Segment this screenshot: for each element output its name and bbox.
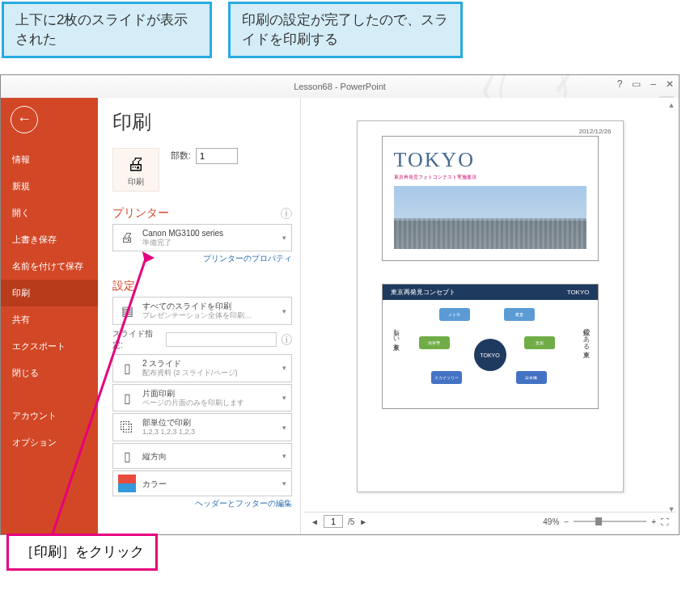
- sides-sub: ページの片面のみを印刷します: [142, 399, 244, 408]
- slide-range-input[interactable]: [166, 332, 277, 347]
- print-button[interactable]: 🖨 印刷: [112, 148, 159, 192]
- sidebar-item-export[interactable]: エクスポート: [1, 333, 98, 360]
- sidebar-item-open[interactable]: 開く: [1, 200, 98, 226]
- window-title: Lesson68 - PowerPoint: [294, 82, 386, 91]
- next-page-button[interactable]: ►: [359, 517, 367, 526]
- color-title: カラー: [142, 479, 167, 489]
- collate-title: 部単位で印刷: [142, 417, 195, 428]
- slide2-node: 浅草寺: [419, 336, 450, 349]
- print-range-dropdown[interactable]: ▤ すべてのスライドを印刷 プレゼンテーション全体を印刷…: [112, 297, 292, 325]
- annotation-arrow-label: ［印刷］をクリック: [6, 534, 158, 535]
- preview-page: 2012/12/26 TOKYO 東京再発見フォトコンテスト実施要項 東京再発見…: [357, 120, 624, 492]
- settings-heading: 設定: [112, 279, 135, 293]
- sidebar-item-share[interactable]: 共有: [1, 306, 98, 333]
- slide-thumbnail-1: TOKYO 東京再発見フォトコンテスト実施要項: [382, 136, 599, 261]
- collate-dropdown[interactable]: ⿻ 部単位で印刷 1,2,3 1,2,3 1,2,3: [112, 413, 292, 441]
- layout-icon: ▯: [118, 359, 136, 377]
- svg-point-0: [501, 75, 565, 98]
- printer-heading: プリンター: [112, 206, 169, 221]
- slides-icon: ▤: [118, 302, 136, 320]
- copies-input[interactable]: [196, 148, 238, 164]
- slide2-diagram: 新しい東京と 伝統のある東京 TOKYO メトロ 夜景 浅草寺 皇居 スカイツリ…: [383, 300, 598, 395]
- copies-label: 部数:: [171, 150, 191, 162]
- slide2-node: スカイツリー: [431, 371, 462, 384]
- layout-dropdown[interactable]: ▯ 2 スライド 配布資料 (2 スライド/ページ): [112, 354, 292, 382]
- zoom-in-button[interactable]: +: [651, 517, 656, 526]
- back-button[interactable]: ←: [11, 106, 38, 133]
- sidebar-item-close[interactable]: 閉じる: [1, 360, 98, 386]
- help-button[interactable]: ?: [617, 78, 623, 90]
- annotation-2: 印刷の設定が完了したので、スライドを印刷する: [228, 2, 463, 58]
- sides-title: 片面印刷: [142, 388, 244, 399]
- printer-dropdown[interactable]: 🖨 Canon MG3100 series 準備完了: [112, 224, 292, 252]
- printer-icon: 🖨: [116, 154, 155, 175]
- zoom-slider[interactable]: [574, 521, 646, 522]
- slide1-title: TOKYO: [383, 137, 598, 174]
- zoom-out-button[interactable]: −: [564, 517, 569, 526]
- info-icon[interactable]: i: [282, 334, 292, 345]
- info-icon[interactable]: i: [281, 208, 292, 219]
- layout-sub: 配布資料 (2 スライド/ページ): [142, 369, 238, 378]
- color-icon: [118, 475, 136, 492]
- slide2-right-text: 伝統のある東京: [581, 324, 590, 346]
- slide1-subtitle: 東京再発見フォトコンテスト実施要項: [383, 174, 598, 186]
- slide2-node: 日本橋: [516, 371, 547, 384]
- sidebar-item-new[interactable]: 新規: [1, 173, 98, 200]
- sidebar-item-save[interactable]: 上書き保存: [1, 226, 98, 253]
- printer-properties-link[interactable]: プリンターのプロパティ: [112, 253, 292, 264]
- print-settings-panel: 印刷 🖨 印刷 部数: プリンター i 🖨 Canon MG3100 serie…: [98, 98, 300, 534]
- minimize-button[interactable]: –: [650, 78, 656, 90]
- sidebar-item-options[interactable]: オプション: [1, 429, 98, 456]
- slide2-center-node: TOKYO: [474, 339, 506, 371]
- collate-icon: ⿻: [118, 419, 136, 437]
- zoom-value: 49%: [543, 517, 559, 526]
- collate-sub: 1,2,3 1,2,3 1,2,3: [142, 428, 195, 437]
- page-input[interactable]: [324, 515, 343, 528]
- orientation-dropdown[interactable]: ▯ 縦方向: [112, 443, 292, 469]
- slide2-node: 皇居: [524, 336, 555, 349]
- sidebar-item-info[interactable]: 情報: [1, 146, 98, 173]
- sidebar-item-saveas[interactable]: 名前を付けて保存: [1, 253, 98, 280]
- layout-title: 2 スライド: [142, 358, 238, 369]
- print-preview-panel: ▲ 2012/12/26 TOKYO 東京再発見フォトコンテスト実施要項 東京再…: [300, 98, 679, 534]
- preview-footer: ◄ /5 ► 49% − + ⛶: [304, 512, 675, 531]
- slide2-node: メトロ: [439, 308, 470, 321]
- header-footer-link[interactable]: ヘッダーとフッターの編集: [112, 498, 292, 509]
- orientation-title: 縦方向: [142, 451, 167, 462]
- preview-area: 2012/12/26 TOKYO 東京再発見フォトコンテスト実施要項 東京再発見…: [304, 101, 675, 512]
- slide2-logo: TOKYO: [567, 289, 590, 296]
- print-button-label: 印刷: [116, 176, 155, 188]
- printer-status: 準備完了: [142, 238, 223, 248]
- slide-range-label: スライド指定:: [112, 328, 161, 351]
- slide1-image: [394, 186, 586, 249]
- backstage-sidebar: ← 情報 新規 開く 上書き保存 名前を付けて保存 印刷 共有 エクスポート 閉…: [1, 98, 98, 534]
- slide2-left-text: 新しい東京と: [391, 324, 400, 346]
- page-title: 印刷: [112, 109, 292, 135]
- slide-thumbnail-2: 東京再発見コンセプト TOKYO 新しい東京と 伝統のある東京 TOKYO メト…: [382, 284, 599, 409]
- portrait-icon: ▯: [118, 447, 136, 465]
- slide2-bar-title: 東京再発見コンセプト: [391, 288, 455, 297]
- ribbon-collapse-button[interactable]: ▭: [632, 78, 641, 90]
- sides-dropdown[interactable]: ▯ 片面印刷 ページの片面のみを印刷します: [112, 384, 292, 412]
- print-range-sub: プレゼンテーション全体を印刷…: [142, 311, 252, 321]
- powerpoint-backstage: Lesson68 - PowerPoint ? ▭ – ✕ 井上香緒里 ▾ ← …: [0, 74, 680, 535]
- printer-icon: 🖨: [118, 229, 136, 247]
- title-bar: Lesson68 - PowerPoint ? ▭ – ✕: [1, 75, 679, 98]
- fit-to-window-button[interactable]: ⛶: [661, 517, 669, 526]
- preview-scroll-down[interactable]: ▼: [666, 504, 677, 515]
- slide2-node: 夜景: [504, 308, 535, 321]
- sidebar-item-account[interactable]: アカウント: [1, 403, 98, 429]
- page-icon: ▯: [118, 389, 136, 407]
- annotation-1: 上下に2枚のスライドが表示された: [2, 2, 212, 58]
- print-range-title: すべてのスライドを印刷: [142, 301, 252, 311]
- prev-page-button[interactable]: ◄: [311, 517, 319, 526]
- color-dropdown[interactable]: カラー: [112, 470, 292, 496]
- sidebar-item-print[interactable]: 印刷: [1, 280, 98, 306]
- preview-date: 2012/12/26: [578, 128, 611, 135]
- page-total: /5: [348, 517, 354, 526]
- close-button[interactable]: ✕: [666, 78, 674, 90]
- printer-name: Canon MG3100 series: [142, 228, 223, 238]
